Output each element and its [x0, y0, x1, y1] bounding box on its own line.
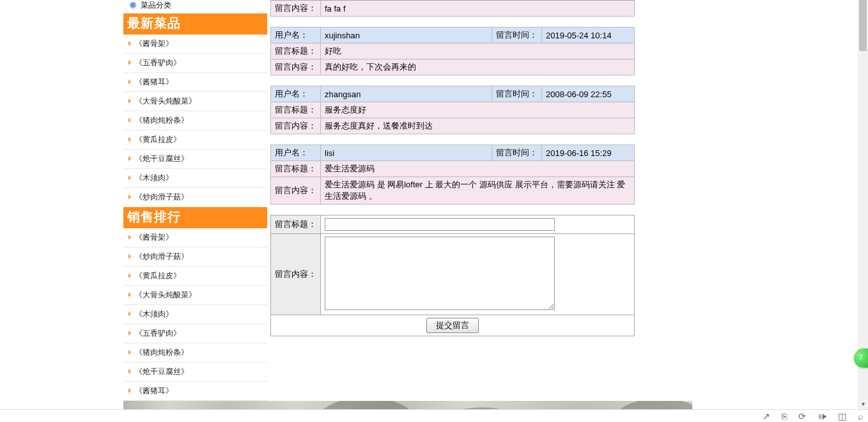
- list-item-link[interactable]: 《炝干豆腐丝》: [135, 367, 189, 376]
- list-item[interactable]: 《酱骨架》: [123, 228, 267, 247]
- message-content: fa fa f: [321, 1, 635, 17]
- message-content-textarea[interactable]: [325, 237, 555, 310]
- toolbar-icon-window[interactable]: ◫: [838, 411, 846, 421]
- bottom-toolbar: ↗ ⎘ ⟳ 🕪 ◫ ⌕: [0, 409, 868, 422]
- message-form: 留言标题： 留言内容： 提交留言: [270, 215, 635, 336]
- list-item[interactable]: 《酱猪耳》: [123, 382, 267, 401]
- title-label: 留言标题：: [271, 102, 321, 118]
- message-block: 留言内容：fa fa f: [270, 0, 635, 17]
- list-item[interactable]: 《五香驴肉》: [123, 324, 267, 343]
- scroll-down-arrow[interactable]: ▾: [858, 399, 868, 409]
- list-item[interactable]: 《大骨头炖酸菜》: [123, 92, 267, 111]
- list-item-link[interactable]: 《酱猪耳》: [135, 77, 173, 86]
- message-title: 好吃: [321, 43, 635, 59]
- user-label: 用户名：: [271, 27, 321, 43]
- toolbar-icon-refresh[interactable]: ⟳: [798, 411, 806, 421]
- message-block: 用户名：xujinshan留言时间：2019-05-24 10:14留言标题：好…: [270, 27, 635, 75]
- category-icon: [130, 2, 136, 8]
- form-title-label: 留言标题：: [271, 215, 321, 234]
- list-item-link[interactable]: 《大骨头炖酸菜》: [135, 290, 196, 299]
- list-item-link[interactable]: 《猪肉炖粉条》: [135, 348, 189, 357]
- list-item-link[interactable]: 《炝干豆腐丝》: [135, 154, 189, 163]
- list-item[interactable]: 《炝干豆腐丝》: [123, 150, 267, 169]
- message-block: 用户名：zhangsan留言时间：2008-06-09 22:55留言标题：服务…: [270, 86, 635, 134]
- toolbar-icon-sound[interactable]: 🕪: [818, 411, 826, 421]
- list-item-link[interactable]: 《猪肉炖粉条》: [135, 116, 189, 125]
- list-item[interactable]: 《黄瓜拉皮》: [123, 130, 267, 150]
- toolbar-icon-search[interactable]: ⌕: [858, 411, 863, 421]
- list-item-link[interactable]: 《酱骨架》: [135, 39, 173, 48]
- message-content: 服务态度真好，送餐准时到达: [321, 118, 635, 134]
- message-title: 爱生活爱源码: [321, 161, 635, 177]
- time-label: 留言时间：: [492, 145, 542, 161]
- sidebar: 菜品分类 最新菜品 《酱骨架》《五香驴肉》《酱猪耳》《大骨头炖酸菜》《猪肉炖粉条…: [123, 0, 267, 401]
- new-dishes-list: 《酱骨架》《五香驴肉》《酱猪耳》《大骨头炖酸菜》《猪肉炖粉条》《黄瓜拉皮》《炝干…: [123, 35, 267, 207]
- content-label: 留言内容：: [271, 59, 321, 75]
- toolbar-icon-copy[interactable]: ⎘: [782, 411, 787, 421]
- list-item[interactable]: 《木须肉》: [123, 305, 267, 324]
- list-item-link[interactable]: 《炒肉滑子菇》: [135, 192, 189, 201]
- list-item-link[interactable]: 《大骨头炖酸菜》: [135, 97, 196, 106]
- form-content-label: 留言内容：: [271, 234, 321, 315]
- list-item[interactable]: 《猪肉炖粉条》: [123, 111, 267, 130]
- message-block: 用户名：lisi留言时间：2019-06-16 15:29留言标题：爱生活爱源码…: [270, 145, 635, 205]
- list-item-link[interactable]: 《五香驴肉》: [135, 329, 181, 338]
- section-title-rank: 销售排行: [123, 207, 267, 228]
- user-label: 用户名：: [271, 145, 321, 161]
- time-label: 留言时间：: [492, 86, 542, 102]
- message-title: 服务态度好: [321, 102, 635, 118]
- list-item[interactable]: 《大骨头炖酸菜》: [123, 286, 267, 305]
- message-time: 2008-06-09 22:55: [542, 86, 635, 102]
- floating-badge[interactable]: 7: [854, 348, 868, 368]
- list-item[interactable]: 《猪肉炖粉条》: [123, 343, 267, 363]
- category-label: 菜品分类: [141, 1, 171, 10]
- section-title-new: 最新菜品: [123, 13, 267, 35]
- category-header[interactable]: 菜品分类: [123, 0, 267, 13]
- list-item[interactable]: 《五香驴肉》: [123, 54, 267, 73]
- list-item[interactable]: 《酱骨架》: [123, 35, 267, 54]
- message-user: zhangsan: [321, 86, 492, 102]
- list-item-link[interactable]: 《五香驴肉》: [135, 58, 181, 67]
- title-label: 留言标题：: [271, 43, 321, 59]
- messages-panel: 留言内容：fa fa f用户名：xujinshan留言时间：2019-05-24…: [270, 0, 635, 336]
- content-label: 留言内容：: [271, 1, 321, 17]
- list-item-link[interactable]: 《木须肉》: [135, 309, 173, 318]
- message-user: xujinshan: [321, 27, 492, 43]
- message-title-input[interactable]: [325, 218, 555, 231]
- list-item-link[interactable]: 《炒肉滑子菇》: [135, 252, 189, 261]
- submit-button[interactable]: 提交留言: [426, 318, 479, 333]
- list-item[interactable]: 《炒肉滑子菇》: [123, 188, 267, 207]
- list-item[interactable]: 《炒肉滑子菇》: [123, 247, 267, 267]
- title-label: 留言标题：: [271, 161, 321, 177]
- scrollbar-thumb[interactable]: [859, 0, 867, 51]
- list-item-link[interactable]: 《木须肉》: [135, 173, 173, 182]
- toolbar-icon-open[interactable]: ↗: [763, 411, 770, 421]
- sales-rank-list: 《酱骨架》《炒肉滑子菇》《黄瓜拉皮》《大骨头炖酸菜》《木须肉》《五香驴肉》《猪肉…: [123, 228, 267, 401]
- list-item-link[interactable]: 《酱骨架》: [135, 233, 173, 242]
- message-content: 真的好吃，下次会再来的: [321, 59, 635, 75]
- list-item-link[interactable]: 《黄瓜拉皮》: [135, 271, 181, 280]
- list-item[interactable]: 《黄瓜拉皮》: [123, 267, 267, 286]
- time-label: 留言时间：: [492, 27, 542, 43]
- message-time: 2019-05-24 10:14: [542, 27, 635, 43]
- message-content: 爱生活爱源码 是 网易lofter 上 最大的一个 源码供应 展示平台，需要源码…: [321, 177, 635, 205]
- list-item[interactable]: 《木须肉》: [123, 169, 267, 188]
- user-label: 用户名：: [271, 86, 321, 102]
- content-label: 留言内容：: [271, 118, 321, 134]
- list-item[interactable]: 《酱猪耳》: [123, 73, 267, 92]
- message-time: 2019-06-16 15:29: [542, 145, 635, 161]
- list-item[interactable]: 《炝干豆腐丝》: [123, 363, 267, 382]
- content-label: 留言内容：: [271, 177, 321, 205]
- message-user: lisi: [321, 145, 492, 161]
- list-item-link[interactable]: 《黄瓜拉皮》: [135, 135, 181, 144]
- list-item-link[interactable]: 《酱猪耳》: [135, 386, 173, 395]
